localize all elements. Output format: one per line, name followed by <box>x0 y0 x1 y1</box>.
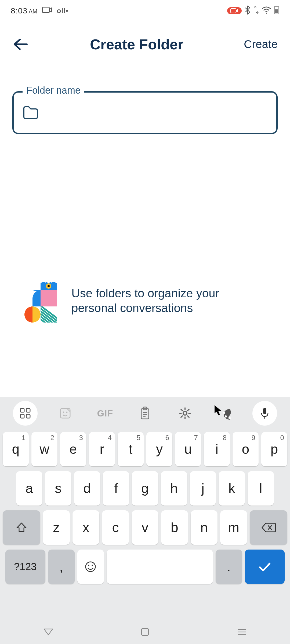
kb-apps-button[interactable] <box>13 401 38 426</box>
key-symbols[interactable]: ?123 <box>5 550 45 584</box>
key-k[interactable]: k <box>219 471 245 506</box>
svg-point-20 <box>66 412 67 413</box>
nav-recents[interactable] <box>235 625 248 639</box>
status-time-value: 8:03 <box>11 6 27 15</box>
key-o[interactable]: o9 <box>233 432 259 466</box>
kb-gif-button[interactable]: GIF <box>93 401 117 426</box>
kb-clipboard-button[interactable] <box>133 401 157 426</box>
kb-row-bottom: ?123 , . <box>3 550 287 589</box>
carrier-text-icon: oll• <box>57 7 68 15</box>
emoji-icon <box>84 560 97 573</box>
key-p[interactable]: p0 <box>261 432 287 466</box>
svg-rect-0 <box>42 7 49 13</box>
svg-point-6 <box>45 281 46 283</box>
key-c[interactable]: c <box>102 510 129 545</box>
create-button[interactable]: Create <box>244 38 279 51</box>
key-m[interactable]: m <box>220 510 247 545</box>
hint-text: Use folders to organize your personal co… <box>71 286 243 315</box>
folder-name-field: Folder name <box>12 91 278 134</box>
svg-point-27 <box>223 412 225 414</box>
key-r[interactable]: r4 <box>89 432 115 466</box>
status-left: 8:03AM oll• <box>11 6 68 15</box>
key-backspace[interactable] <box>250 510 287 545</box>
sticker-icon <box>59 407 72 420</box>
gif-label: GIF <box>97 408 113 419</box>
svg-point-9 <box>48 285 50 287</box>
key-z[interactable]: z <box>43 510 70 545</box>
gear-icon <box>179 407 191 420</box>
page-title: Create Folder <box>90 36 183 52</box>
key-i[interactable]: i8 <box>204 432 230 466</box>
kb-theme-button[interactable] <box>212 401 237 426</box>
backspace-icon <box>261 522 276 533</box>
key-n[interactable]: n <box>191 510 218 545</box>
kb-row-1: q1 w2 e3 r4 t5 y6 u7 i8 o9 p0 <box>3 432 287 466</box>
folder-name-box[interactable] <box>12 91 278 134</box>
key-s[interactable]: s <box>45 471 71 506</box>
kb-row-3: z x c v b n m <box>3 510 287 545</box>
svg-point-33 <box>88 565 89 566</box>
hint-row: Use folders to organize your personal co… <box>12 274 278 327</box>
svg-rect-15 <box>26 408 30 412</box>
key-comma[interactable]: , <box>48 550 75 584</box>
key-t[interactable]: t5 <box>118 432 144 466</box>
svg-point-19 <box>63 412 64 413</box>
svg-point-28 <box>225 415 227 418</box>
svg-rect-17 <box>26 414 30 418</box>
mic-icon <box>260 407 270 420</box>
nav-recents-icon <box>237 628 247 636</box>
back-button[interactable] <box>11 35 30 54</box>
svg-point-26 <box>183 411 187 415</box>
nav-back-icon <box>43 628 54 636</box>
svg-rect-10 <box>41 290 57 306</box>
key-space[interactable] <box>107 550 213 584</box>
clipboard-icon <box>139 407 151 420</box>
key-x[interactable]: x <box>73 510 99 545</box>
content-area: Folder name <box>0 67 290 341</box>
svg-rect-5 <box>275 9 278 13</box>
key-q[interactable]: q1 <box>3 432 29 466</box>
key-u[interactable]: u7 <box>175 432 201 466</box>
nav-home[interactable] <box>138 625 152 639</box>
key-period[interactable]: . <box>216 550 242 584</box>
nav-back[interactable] <box>42 625 55 639</box>
key-emoji[interactable] <box>77 550 104 584</box>
key-w[interactable]: w2 <box>31 432 57 466</box>
key-d[interactable]: d <box>74 471 100 506</box>
page-title-wrap: Create Folder <box>30 36 244 53</box>
kb-row-2: a s d f g h j k l <box>3 471 287 506</box>
android-nav-bar <box>0 620 290 644</box>
folder-name-label: Folder name <box>23 85 84 96</box>
status-time-ampm: AM <box>28 8 37 15</box>
kb-mic-button[interactable] <box>252 401 277 426</box>
folder-name-input[interactable] <box>45 93 268 133</box>
key-y[interactable]: y6 <box>146 432 172 466</box>
key-v[interactable]: v <box>132 510 158 545</box>
key-shift[interactable] <box>3 510 40 545</box>
key-a[interactable]: a <box>16 471 42 506</box>
camera-status-icon <box>42 6 52 15</box>
shift-icon <box>15 521 28 534</box>
nav-home-icon <box>140 627 150 636</box>
data-sync-icon <box>253 6 259 16</box>
svg-point-32 <box>86 562 95 572</box>
key-enter[interactable] <box>245 550 285 584</box>
key-l[interactable]: l <box>248 471 274 506</box>
folder-icon <box>22 104 39 121</box>
key-j[interactable]: j <box>190 471 216 506</box>
svg-rect-14 <box>20 408 24 412</box>
svg-point-7 <box>51 281 52 283</box>
kb-sticker-button[interactable] <box>53 401 78 426</box>
key-h[interactable]: h <box>161 471 187 506</box>
key-e[interactable]: e3 <box>60 432 86 466</box>
svg-point-29 <box>229 417 231 419</box>
battery-icon <box>274 6 279 16</box>
key-b[interactable]: b <box>161 510 188 545</box>
hint-illustration-icon <box>23 274 61 327</box>
svg-point-2 <box>266 13 267 14</box>
key-f[interactable]: f <box>103 471 129 506</box>
key-g[interactable]: g <box>132 471 158 506</box>
svg-rect-35 <box>142 628 148 635</box>
kb-settings-button[interactable] <box>173 401 197 426</box>
palette-with-cursor-icon <box>214 405 235 422</box>
